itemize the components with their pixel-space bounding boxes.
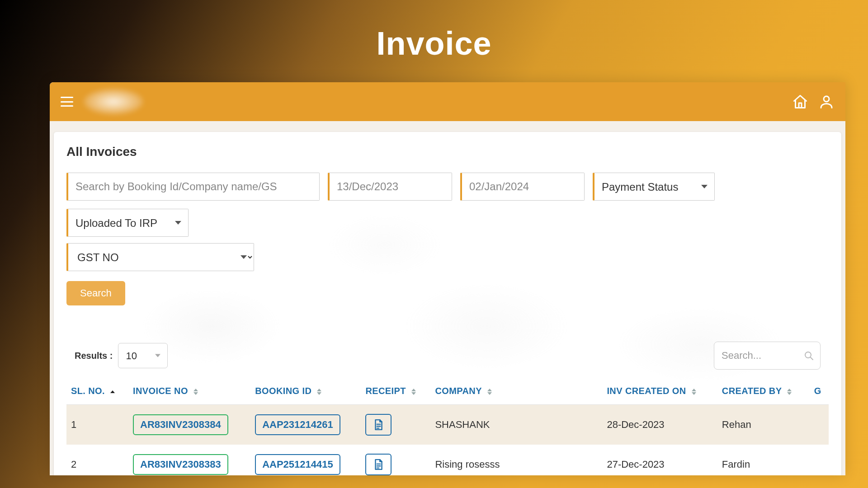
date-from-input[interactable] <box>328 173 452 201</box>
col-extra[interactable]: G <box>810 378 829 405</box>
booking-link[interactable]: AAP231214261 <box>255 414 340 435</box>
cell-created-on: 28-Dec-2023 <box>602 405 717 445</box>
receipt-document-icon[interactable] <box>365 414 392 436</box>
cell-booking: AAP251214415 <box>250 445 361 475</box>
cell-receipt <box>361 445 430 475</box>
date-to-input[interactable] <box>460 173 585 201</box>
col-created-on[interactable]: INV CREATED ON <box>602 378 717 405</box>
payment-status-select[interactable]: Payment Status <box>593 173 715 201</box>
sort-icon <box>317 389 321 395</box>
user-icon[interactable] <box>818 94 835 110</box>
col-invoice[interactable]: INVOICE NO <box>128 378 250 405</box>
sort-icon <box>787 389 792 395</box>
col-company[interactable]: COMPANY <box>430 378 602 405</box>
cell-receipt <box>361 405 430 445</box>
app-window: All Invoices Payment Status Uploaded To … <box>50 82 845 475</box>
search-button[interactable]: Search <box>66 281 125 305</box>
col-receipt[interactable]: RECEIPT <box>361 378 430 405</box>
svg-point-1 <box>805 352 811 358</box>
table-row: 1 AR83INV2308384 AAP231214261 SHASHANK 2… <box>66 405 829 445</box>
cell-extra <box>810 405 829 445</box>
gst-no-select[interactable]: GST NO <box>66 243 254 271</box>
table-controls: Results : 10 <box>66 342 829 370</box>
results-per-page-select[interactable]: 10 <box>118 343 168 368</box>
logo <box>84 89 143 114</box>
filter-row-2: GST NO <box>66 243 829 271</box>
sort-icon <box>193 389 198 395</box>
invoices-panel: All Invoices Payment Status Uploaded To … <box>54 132 841 475</box>
cell-booking: AAP231214261 <box>250 405 361 445</box>
receipt-document-icon[interactable] <box>365 454 392 475</box>
col-booking[interactable]: BOOKING ID <box>250 378 361 405</box>
cell-sl: 2 <box>66 445 128 475</box>
invoice-link[interactable]: AR83INV2308384 <box>133 414 228 435</box>
invoice-link[interactable]: AR83INV2308383 <box>133 454 228 475</box>
cell-sl: 1 <box>66 405 128 445</box>
sort-icon <box>411 389 416 395</box>
col-sl[interactable]: SL. NO. <box>66 378 128 405</box>
uploaded-to-irp-select[interactable]: Uploaded To IRP <box>66 209 189 237</box>
search-input[interactable] <box>66 173 320 201</box>
cell-created-on: 27-Dec-2023 <box>602 445 717 475</box>
filter-row-1: Payment Status Uploaded To IRP <box>66 173 829 237</box>
page-title: Invoice <box>0 0 868 82</box>
hamburger-icon[interactable] <box>61 97 73 107</box>
cell-created-by: Rehan <box>717 405 810 445</box>
invoices-table: SL. NO. INVOICE NO BOOKING ID RECEI <box>66 378 829 475</box>
home-icon[interactable] <box>792 94 808 110</box>
sort-icon <box>692 389 696 395</box>
cell-invoice: AR83INV2308383 <box>128 445 250 475</box>
cell-company: SHASHANK <box>430 405 602 445</box>
cell-invoice: AR83INV2308384 <box>128 405 250 445</box>
search-icon <box>803 350 814 361</box>
cell-created-by: Fardin <box>717 445 810 475</box>
app-bar <box>50 82 845 121</box>
cell-extra <box>810 445 829 475</box>
content-area: All Invoices Payment Status Uploaded To … <box>50 121 845 475</box>
svg-point-0 <box>824 96 829 102</box>
cell-company: Rising rosesss <box>430 445 602 475</box>
sort-icon <box>487 389 492 395</box>
svg-line-2 <box>811 357 813 360</box>
results-label: Results : <box>75 351 113 361</box>
sort-asc-icon <box>110 390 115 393</box>
panel-title: All Invoices <box>66 145 829 159</box>
col-created-by[interactable]: CREATED BY <box>717 378 810 405</box>
booking-link[interactable]: AAP251214415 <box>255 454 340 475</box>
table-row: 2 AR83INV2308383 AAP251214415 Rising ros… <box>66 445 829 475</box>
